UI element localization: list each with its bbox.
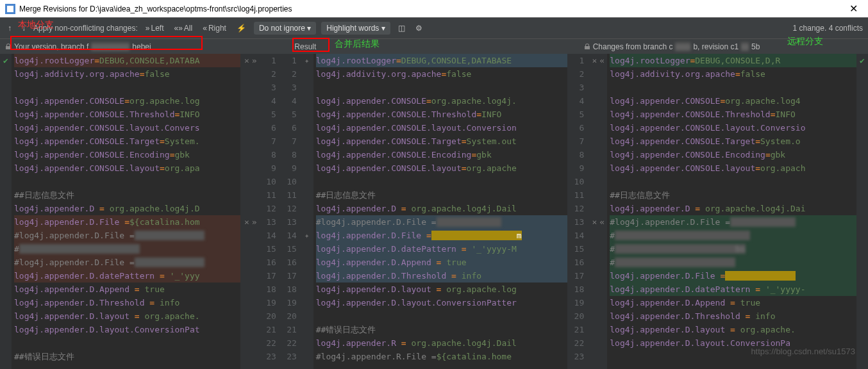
code-line[interactable]: log4j.appender.D.layout.ConversionPatter xyxy=(316,296,567,309)
code-line[interactable] xyxy=(14,175,240,188)
code-line[interactable]: log4j.appender.CONSOLE=org.apache.log4j. xyxy=(316,94,567,108)
annotation-box xyxy=(10,36,203,50)
code-line[interactable]: log4j.addivity.org.apache=false xyxy=(14,67,240,81)
code-line[interactable] xyxy=(14,81,240,94)
mid-panel-header: Result xyxy=(289,39,578,54)
code-line[interactable] xyxy=(316,81,567,94)
highlight-dropdown[interactable]: Highlight words ▾ xyxy=(321,22,390,35)
code-line[interactable]: ##错误日志文件 xyxy=(316,323,567,336)
left-action-gutter[interactable]: × »× » xyxy=(240,54,260,369)
code-line[interactable]: log4j.rootLogger=DEBUG,CONSOLE,DATABASE xyxy=(316,54,567,67)
code-line[interactable]: log4j.appender.CONSOLE.Encoding=gbk xyxy=(610,148,856,161)
code-line[interactable]: ##错误日志文件 xyxy=(14,350,240,363)
code-line[interactable]: log4j.appender.D = org.apache.log4j.D xyxy=(14,202,240,215)
code-line[interactable]: # xyxy=(610,256,856,269)
code-line[interactable]: log4j.appender.D.layout = org.apache. xyxy=(610,323,856,336)
code-line[interactable] xyxy=(14,336,240,350)
apply-left-button[interactable]: » Left xyxy=(143,22,167,34)
mid-line-numbers: 1234567891011121314151617181920212223 xyxy=(280,54,301,369)
apply-all-button[interactable]: «» All xyxy=(171,22,195,34)
app-icon xyxy=(5,4,15,14)
mid-magic-gutter[interactable]: ✦✦ xyxy=(301,54,313,369)
code-line[interactable]: log4j.addivity.org.apache=false xyxy=(610,67,856,81)
code-line[interactable]: log4j.appender.CONSOLE.layout=org.apache xyxy=(316,161,567,175)
code-line[interactable]: log4j.appender.CONSOLE.Target=System. xyxy=(14,135,240,148)
right-panel-header: Changes from branch cxxxxb, revision c1x… xyxy=(579,39,868,54)
apply-right-button[interactable]: « Right xyxy=(200,22,229,34)
code-line[interactable]: log4j.appender.CONSOLE.Encoding=gbk xyxy=(14,148,240,161)
status-text: 1 change. 4 conflicts xyxy=(793,24,863,33)
close-button[interactable]: ✕ xyxy=(844,3,863,15)
right-action-gutter[interactable]: × «× « xyxy=(588,54,607,369)
code-line[interactable]: log4j.appender.CONSOLE.layout=org.apa xyxy=(14,161,240,175)
ignore-dropdown[interactable]: Do not ignore ▾ xyxy=(254,22,316,35)
code-line[interactable]: log4j.appender.CONSOLE.Target=System.out xyxy=(316,135,567,148)
code-line[interactable]: log4j.appender.CONSOLE.layout.Conversion xyxy=(316,121,567,135)
editor-area: ✔ log4j.rootLogger=DEBUG,CONSOLE,DATABAl… xyxy=(0,54,868,369)
prev-diff-icon[interactable]: ↑ xyxy=(5,22,14,34)
settings-gear-icon[interactable]: ⚙ xyxy=(413,22,425,34)
left-pane: ✔ log4j.rootLogger=DEBUG,CONSOLE,DATABAl… xyxy=(0,54,280,369)
titlebar: Merge Revisions for D:\java\idea_zh_work… xyxy=(0,0,868,18)
code-line[interactable]: ##日志信息文件 xyxy=(14,188,240,202)
code-line[interactable] xyxy=(610,175,856,188)
code-line[interactable]: log4j.appender.D.layout = org.apache.log xyxy=(316,283,567,296)
mid-line-numbers-right: 1234567891011121314151617181920212223 xyxy=(567,54,588,369)
code-line[interactable]: log4j.appender.CONSOLE=org.apache.log4 xyxy=(610,94,856,108)
annotation-box xyxy=(292,38,330,52)
code-line[interactable]: log4j.appender.CONSOLE.Threshold=INFO xyxy=(14,108,240,121)
code-line[interactable]: ##日志信息文件 xyxy=(610,188,856,202)
layout-icon[interactable]: ◫ xyxy=(396,22,408,34)
code-line[interactable]: log4j.appender.D.layout = org.apache. xyxy=(14,309,240,323)
code-line[interactable]: log4j.appender.D.Threshold = info xyxy=(610,309,856,323)
code-line[interactable]: log4j.appender.D.File =${catalina.hom xyxy=(14,215,240,229)
accept-gutter[interactable]: ✔ xyxy=(0,54,12,369)
code-line[interactable]: log4j.appender.D.datePattern = '_'yyyy- xyxy=(610,283,856,296)
left-code[interactable]: log4j.rootLogger=DEBUG,CONSOLE,DATABAlog… xyxy=(12,54,240,369)
code-line[interactable]: #log4j.appender.R.File =${catalina.home xyxy=(316,350,567,363)
code-line[interactable]: # xyxy=(14,242,240,256)
right-pane: × «× « log4j.rootLogger=DEBUG,CONSOLE,D,… xyxy=(588,54,868,369)
code-line[interactable]: log4j.appender.D = org.apache.log4j.Dail xyxy=(316,202,567,215)
code-line[interactable]: #log4j.appender.D.File = xyxy=(316,215,567,229)
code-line[interactable]: # xyxy=(610,229,856,242)
code-line[interactable]: log4j.appender.CONSOLE.layout.Conversio xyxy=(610,121,856,135)
code-line[interactable]: log4j.appender.D.datePattern = '_'yyyy-M xyxy=(316,242,567,256)
code-line[interactable]: #log4j.appender.D.File = xyxy=(14,229,240,242)
mid-code[interactable]: log4j.rootLogger=DEBUG,CONSOLE,DATABASEl… xyxy=(313,54,567,369)
code-line[interactable]: log4j.appender.D.File = xyxy=(610,269,856,283)
code-line[interactable]: ##日志信息文件 xyxy=(316,188,567,202)
code-line[interactable] xyxy=(316,175,567,188)
code-line[interactable]: log4j.appender.CONSOLE.layout=org.apach xyxy=(610,161,856,175)
code-line[interactable]: log4j.rootLogger=DEBUG,CONSOLE,D,R xyxy=(610,54,856,67)
code-line[interactable]: #log4j.appender.D.File = xyxy=(610,215,856,229)
code-line[interactable]: log4j.appender.D.layout.ConversionPat xyxy=(14,323,240,336)
code-line[interactable]: log4j.appender.D.Threshold = info xyxy=(14,296,240,309)
code-line[interactable]: log4j.appender.D.File = m xyxy=(316,229,567,242)
code-line[interactable] xyxy=(610,81,856,94)
code-line[interactable]: log4j.appender.CONSOLE.Target=System.o xyxy=(610,135,856,148)
code-line[interactable]: log4j.appender.CONSOLE=org.apache.log xyxy=(14,94,240,108)
code-line[interactable]: log4j.appender.D.Threshold = info xyxy=(316,269,567,283)
code-line[interactable]: # bo xyxy=(610,242,856,256)
code-line[interactable]: log4j.appender.CONSOLE.Encoding=gbk xyxy=(316,148,567,161)
code-line[interactable]: log4j.appender.CONSOLE.layout.Convers xyxy=(14,121,240,135)
right-code[interactable]: log4j.rootLogger=DEBUG,CONSOLE,D,Rlog4j.… xyxy=(607,54,856,369)
accept-gutter[interactable]: ✔ xyxy=(856,54,868,369)
window-title: Merge Revisions for D:\java\idea_zh_work… xyxy=(19,4,292,13)
code-line[interactable]: log4j.appender.D.Append = true xyxy=(14,283,240,296)
code-line[interactable]: #log4j.appender.D.File = xyxy=(14,256,240,269)
lock-icon xyxy=(584,44,590,50)
next-diff-icon[interactable]: ↓ xyxy=(19,22,28,34)
code-line[interactable]: log4j.rootLogger=DEBUG,CONSOLE,DATABA xyxy=(14,54,240,67)
code-line[interactable]: log4j.appender.R = org.apache.log4j.Dail xyxy=(316,336,567,350)
code-line[interactable] xyxy=(316,309,567,323)
code-line[interactable]: log4j.appender.D.datePattern = '_'yyy xyxy=(14,269,240,283)
code-line[interactable]: log4j.appender.CONSOLE.Threshold=INFO xyxy=(316,108,567,121)
code-line[interactable]: log4j.appender.D.Append = true xyxy=(316,256,567,269)
code-line[interactable]: log4j.appender.D.Append = true xyxy=(610,296,856,309)
code-line[interactable]: log4j.addivity.org.apache=false xyxy=(316,67,567,81)
code-line[interactable]: log4j.appender.D = org.apache.log4j.Dai xyxy=(610,202,856,215)
magic-wand-icon[interactable]: ⚡ xyxy=(234,22,249,34)
code-line[interactable]: log4j.appender.CONSOLE.Threshold=INFO xyxy=(610,108,856,121)
